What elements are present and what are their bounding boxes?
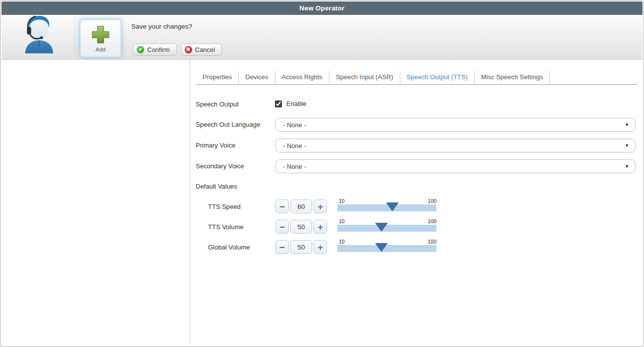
x-circle-icon: ✖ [185,46,192,53]
decrement-button[interactable]: − [275,220,289,234]
increment-button[interactable]: + [314,199,327,213]
minus-icon: − [279,222,285,232]
tab-devices[interactable]: Devices [239,71,275,84]
window-title-bar: New Operator [1,1,643,15]
speech-output-label: Speech Output [196,100,239,108]
tab-bar: Properties Devices Access Rights Speech … [196,71,638,85]
tts-volume-slider: 10 100 [337,219,436,234]
tts-speed-stepper: − 60 + [275,199,327,213]
window-title: New Operator [300,4,345,12]
select-value: - None - [276,121,625,129]
increment-button[interactable]: + [314,240,327,254]
slider-marker[interactable] [375,243,388,252]
add-button[interactable]: Add [80,20,121,57]
select-value: - None - [276,142,625,149]
chevron-down-icon: ▼ [625,143,635,148]
tab-speech-input-asr[interactable]: Speech Input (ASR) [329,71,400,84]
enable-checkbox[interactable] [275,100,282,107]
global-volume-label: Global Volume [208,244,250,251]
global-volume-value[interactable]: 50 [290,240,312,254]
speech-out-language-label: Speech Out Language [196,121,260,128]
slider-min-label: 10 [339,218,345,224]
slider-min-label: 10 [339,239,345,245]
tts-speed-slider: 10 100 [337,198,436,213]
minus-icon: − [279,243,285,252]
plus-icon [91,25,110,44]
confirm-button-label: Confirm [147,46,170,53]
panel-divider [190,60,190,343]
secondary-voice-label: Secondary Voice [196,162,244,170]
default-values-label: Default Values [196,183,237,190]
decrement-button[interactable]: − [275,240,289,254]
slider-marker[interactable] [375,223,388,232]
confirm-button[interactable]: ✔ Confirm [133,44,177,55]
tts-speed-label: TTS Speed [208,203,241,210]
toolbar-separator [74,18,75,56]
chevron-down-icon: ▼ [625,122,635,127]
slider-min-label: 10 [339,198,345,204]
tab-speech-output-tts[interactable]: Speech Output (TTS) [400,71,475,84]
plus-icon: + [318,202,323,211]
cancel-button-label: Cancel [195,46,215,53]
content-area: Properties Devices Access Rights Speech … [1,60,643,346]
decrement-button[interactable]: − [275,199,289,213]
tts-speed-value[interactable]: 60 [290,199,312,213]
increment-button[interactable]: + [314,220,327,234]
slider-marker[interactable] [386,202,399,211]
add-button-label: Add [96,47,106,52]
select-value: - None - [276,163,625,170]
slider-max-label: 100 [428,239,436,245]
global-volume-slider: 10 100 [337,239,436,254]
slider-max-label: 100 [428,198,436,204]
plus-icon: + [318,222,323,232]
tts-volume-stepper: − 50 + [275,220,327,234]
tts-volume-label: TTS Volume [208,223,244,231]
tab-properties[interactable]: Properties [196,71,239,84]
check-circle-icon: ✔ [137,46,144,53]
tab-access-rights[interactable]: Access Rights [275,71,329,84]
enable-checkbox-label: Enable [286,100,306,107]
enable-checkbox-group: Enable [275,100,306,107]
primary-voice-select[interactable]: - None - ▼ [275,139,636,152]
minus-icon: − [279,202,285,211]
primary-voice-label: Primary Voice [196,142,235,149]
tts-volume-value[interactable]: 50 [290,220,312,234]
global-volume-stepper: − 50 + [275,240,327,254]
speech-out-language-select[interactable]: - None - ▼ [275,118,636,132]
operator-avatar-icon [21,13,57,54]
cancel-button[interactable]: ✖ Cancel [181,44,222,55]
plus-icon: + [318,243,323,252]
slider-max-label: 100 [428,218,436,224]
save-changes-prompt: Save your changes? [131,23,192,30]
confirm-cancel-group: ✔ Confirm ✖ Cancel [133,44,222,55]
tab-misc-speech-settings[interactable]: Misc Speech Settings [475,71,550,84]
new-operator-window: New Operator [0,0,644,347]
toolbar: Add Save your changes? ✔ Confirm ✖ Cance… [1,15,643,60]
secondary-voice-select[interactable]: - None - ▼ [275,159,636,173]
chevron-down-icon: ▼ [625,164,635,169]
